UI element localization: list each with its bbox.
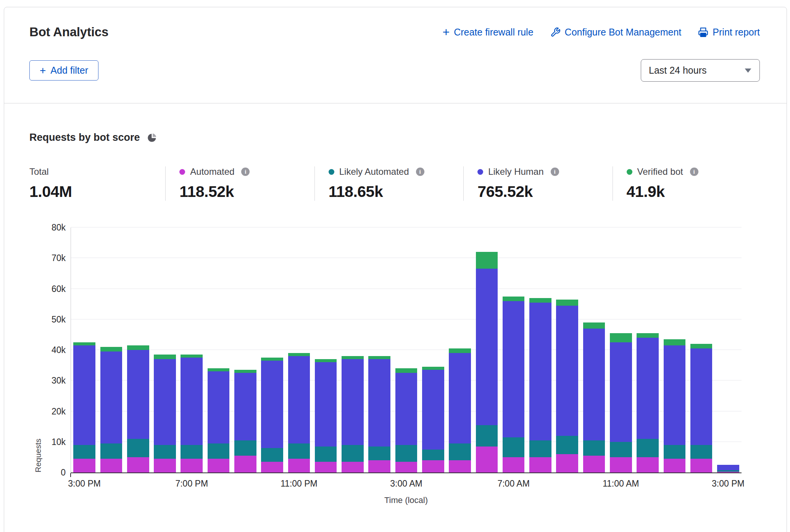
segment-likely-human: [395, 373, 418, 445]
stat-label: Total: [29, 166, 49, 177]
stacked-bar[interactable]: [476, 227, 498, 472]
y-tick-label: 10k: [52, 437, 66, 447]
segment-likely-automated: [234, 440, 256, 456]
bar-slot: [527, 227, 554, 472]
segment-verified-bot: [637, 333, 659, 338]
header-top-row: Bot Analytics + Create firewall rule Con…: [29, 25, 760, 39]
segment-verified-bot: [529, 298, 551, 303]
stat-label: Verified bot: [637, 166, 683, 177]
bar-slot: [205, 227, 232, 472]
stacked-bar[interactable]: [288, 227, 310, 472]
segment-likely-automated: [208, 443, 230, 459]
segment-verified-bot: [690, 344, 713, 348]
stat-value: 118.65k: [329, 183, 463, 201]
stat-label-row: Verified boti: [627, 166, 761, 177]
segment-verified-bot: [476, 252, 498, 269]
stacked-bar[interactable]: [100, 227, 123, 472]
stats-row: Total1.04MAutomatedi118.52kLikely Automa…: [29, 166, 761, 201]
segment-automated: [100, 459, 123, 472]
stacked-bar[interactable]: [529, 227, 551, 472]
x-axis-title: Time (local): [71, 495, 742, 505]
segment-likely-human: [422, 370, 444, 450]
wrench-icon: [550, 27, 561, 37]
stacked-bar[interactable]: [503, 227, 525, 472]
segment-automated: [503, 457, 525, 472]
stacked-bar[interactable]: [315, 227, 337, 472]
segment-automated: [181, 459, 203, 472]
stacked-bar[interactable]: [690, 227, 713, 472]
add-filter-button[interactable]: + Add filter: [29, 60, 98, 81]
stacked-bar[interactable]: [342, 227, 364, 472]
printer-icon: [698, 27, 708, 37]
segment-verified-bot: [261, 358, 283, 361]
info-icon[interactable]: i: [241, 168, 250, 176]
stacked-bar[interactable]: [261, 227, 283, 472]
segment-likely-automated: [395, 445, 418, 462]
y-tick-label: 20k: [52, 406, 66, 416]
stacked-bar[interactable]: [556, 227, 578, 472]
segment-likely-automated: [100, 443, 123, 459]
time-range-select[interactable]: Last 24 hours: [641, 59, 760, 82]
stat-value: 118.52k: [179, 183, 314, 201]
stat-value: 41.9k: [627, 183, 761, 201]
stat-verified-bot: Verified boti41.9k: [613, 166, 761, 201]
stacked-bar[interactable]: [664, 227, 686, 472]
stat-value: 765.52k: [477, 183, 612, 201]
stacked-bar[interactable]: [154, 227, 176, 472]
bar-slot: [259, 227, 285, 472]
stacked-bar[interactable]: [208, 227, 230, 472]
segment-likely-human: [315, 362, 337, 447]
bot-analytics-card: Bot Analytics + Create firewall rule Con…: [4, 7, 787, 532]
bar-slot: [232, 227, 259, 472]
bar-slot: [688, 227, 714, 472]
bars-layer: [71, 227, 742, 472]
action-label: Print report: [713, 27, 760, 38]
stacked-bar[interactable]: [422, 227, 444, 472]
segment-automated: [717, 472, 739, 472]
stacked-bar[interactable]: [73, 227, 95, 472]
y-tick-label: 70k: [52, 253, 66, 263]
bar-slot: [473, 227, 500, 472]
page-title: Bot Analytics: [29, 25, 108, 39]
bar-slot: [608, 227, 634, 472]
segment-verified-bot: [342, 356, 364, 359]
stacked-bar[interactable]: [583, 227, 605, 472]
plus-icon: +: [40, 66, 46, 75]
segment-automated: [610, 457, 632, 472]
segment-automated: [529, 457, 551, 472]
stat-label-row: Likely Automatedi: [329, 166, 463, 177]
stacked-bar[interactable]: [181, 227, 203, 472]
info-icon[interactable]: i: [690, 168, 698, 176]
stacked-bar[interactable]: [395, 227, 418, 472]
stacked-bar[interactable]: [234, 227, 256, 472]
create-firewall-rule-link[interactable]: + Create firewall rule: [442, 27, 533, 38]
section-title-row: Requests by bot score: [29, 132, 761, 143]
x-tick-label: 3:00 PM: [712, 479, 745, 489]
stacked-bar[interactable]: [127, 227, 149, 472]
stacked-bar[interactable]: [368, 227, 390, 472]
segment-likely-human: [637, 338, 659, 439]
info-icon[interactable]: i: [551, 168, 559, 176]
bar-slot: [178, 227, 205, 472]
stacked-bar[interactable]: [717, 227, 739, 472]
bar-slot: [580, 227, 607, 472]
configure-bot-management-link[interactable]: Configure Bot Management: [550, 27, 682, 38]
stat-label-row: Total: [29, 166, 165, 177]
segment-likely-human: [556, 306, 578, 436]
segment-verified-bot: [583, 322, 605, 329]
stat-likely-human: Likely Humani765.52k: [463, 166, 612, 201]
stacked-bar[interactable]: [610, 227, 632, 472]
header-filter-row: + Add filter Last 24 hours: [29, 59, 760, 82]
stacked-bar[interactable]: [449, 227, 471, 472]
plus-icon: +: [442, 27, 450, 38]
segment-likely-automated: [476, 425, 498, 447]
requests-chart: Requests 010k20k30k40k50k60k70k80k3:00 P…: [29, 227, 761, 505]
segment-automated: [315, 462, 337, 472]
segment-verified-bot: [503, 297, 525, 301]
segment-likely-human: [717, 465, 739, 470]
segment-likely-automated: [449, 443, 471, 460]
segment-likely-automated: [637, 439, 659, 457]
info-icon[interactable]: i: [416, 168, 424, 176]
stacked-bar[interactable]: [637, 227, 659, 472]
print-report-link[interactable]: Print report: [698, 27, 760, 38]
